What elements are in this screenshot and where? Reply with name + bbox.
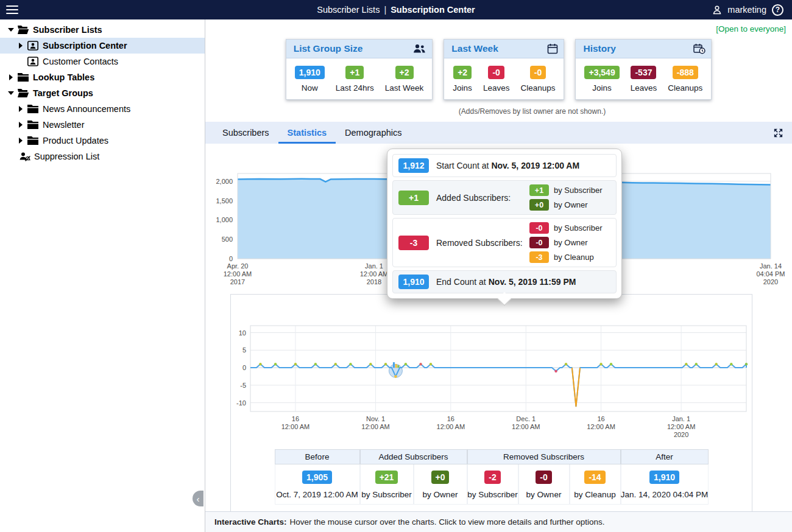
svg-text:Nov. 1: Nov. 1 xyxy=(366,415,385,422)
hamburger-menu-icon[interactable] xyxy=(6,3,18,16)
sidebar-item-target-groups[interactable]: Target Groups xyxy=(0,85,205,101)
summary-added-owner-cell: +0 by Owner xyxy=(414,464,467,505)
svg-text:0: 0 xyxy=(242,364,246,371)
sidebar-item-news-announcements[interactable]: News Announcements xyxy=(0,101,205,117)
user-name[interactable]: marketing xyxy=(727,5,766,15)
fullscreen-expand-icon[interactable] xyxy=(773,127,784,139)
people-icon xyxy=(412,44,426,54)
summary-header-before: Before xyxy=(275,449,360,464)
sidebar-item-suppression-list[interactable]: Suppression List xyxy=(0,149,205,164)
summary-after-cell: 1,910 Jan. 14, 2020 04:04 PM xyxy=(621,464,709,505)
card-list-group-size: List Group Size 1,910 Now +1 Last 24hrs … xyxy=(286,39,433,100)
stat-value-badge: 1,910 xyxy=(295,66,325,79)
main-content: [Open to everyone] List Group Size 1,910… xyxy=(205,19,792,532)
sidebar-item-product-updates[interactable]: Product Updates xyxy=(0,133,205,149)
added-total-badge: +1 xyxy=(398,191,429,205)
added-by-subscriber-badge: +1 xyxy=(529,184,549,196)
summary-header-added: Added Subscribers xyxy=(360,449,467,464)
folder-closed-icon xyxy=(16,72,30,82)
tree-expand-arrow[interactable] xyxy=(16,106,26,112)
stat-value-badge: -888 xyxy=(673,66,698,79)
summary-added-subscriber-cell: +21 by Subscriber xyxy=(360,464,414,505)
interactive-charts-note: Interactive Charts: Hover the mouse curs… xyxy=(205,511,792,532)
sidebar-item-customer-contacts[interactable]: Customer Contacts xyxy=(0,54,205,69)
tab-demographics[interactable]: Demographics xyxy=(336,122,411,144)
sidebar-item-lookup-tables[interactable]: Lookup Tables xyxy=(0,69,205,85)
svg-text:12:00 AM: 12:00 AM xyxy=(587,423,615,430)
stat-value-badge: -0 xyxy=(530,66,546,79)
daily-changes-chart[interactable]: 1050-5-101612:00 AMNov. 112:00 AM1612:00… xyxy=(231,296,752,442)
stat-leaves: -537 Leaves xyxy=(631,66,657,93)
before-date: Oct. 7, 2019 12:00 AM xyxy=(276,490,358,499)
svg-text:5: 5 xyxy=(242,346,246,354)
sidebar-item-subscription-center[interactable]: Subscription Center xyxy=(0,38,205,54)
svg-text:12:00 AM: 12:00 AM xyxy=(360,270,388,278)
summary-removed-subscriber-cell: -2 by Subscriber xyxy=(467,464,518,505)
svg-text:2020: 2020 xyxy=(763,278,778,285)
summary-table: Before Added Subscribers Removed Subscri… xyxy=(275,449,709,505)
tree-expand-arrow[interactable] xyxy=(6,74,16,80)
tab-statistics[interactable]: Statistics xyxy=(278,122,336,144)
tab-bar: Subscribers Statistics Demographics xyxy=(205,122,792,144)
breadcrumb: Subscriber Lists | Subscription Center xyxy=(317,5,475,15)
tree-collapse-arrow[interactable] xyxy=(6,28,16,32)
breadcrumb-parent: Subscriber Lists xyxy=(317,5,380,15)
contact-card-icon xyxy=(26,41,40,51)
tree-collapse-arrow[interactable] xyxy=(6,91,16,95)
stat-joins: +3,549 Joins xyxy=(584,66,619,93)
end-count-badge: 1,910 xyxy=(398,275,429,289)
svg-text:16: 16 xyxy=(447,415,454,422)
summary-removed-owner-cell: -0 by Owner xyxy=(518,464,570,505)
removed-by-owner-badge: -0 xyxy=(536,471,551,484)
calendar-icon xyxy=(547,43,558,54)
svg-text:2,000: 2,000 xyxy=(216,178,233,185)
removed-by-owner-badge: -0 xyxy=(529,237,549,248)
tree-expand-arrow[interactable] xyxy=(16,122,26,128)
chart-tooltip: 1,912 Start Count atNov. 5, 2019 12:00 A… xyxy=(387,149,622,299)
summary-removed-cleanup-cell: -14 by Cleanup xyxy=(570,464,621,505)
card-title: List Group Size xyxy=(294,43,363,54)
stat-last-week: +2 Last Week xyxy=(385,66,424,93)
stat-value-badge: +2 xyxy=(395,66,414,79)
tooltip-removed-row: -3 Removed Subscribers: -0by Subscriber … xyxy=(392,218,617,267)
top-bar: Subscriber Lists | Subscription Center m… xyxy=(0,0,792,19)
stat-joins: +2 Joins xyxy=(453,66,472,93)
sidebar-item-subscriber-lists[interactable]: Subscriber Lists xyxy=(0,22,205,38)
svg-text:Jan. 14: Jan. 14 xyxy=(760,262,782,270)
tab-subscribers[interactable]: Subscribers xyxy=(213,122,278,144)
breadcrumb-separator: | xyxy=(384,5,386,15)
tooltip-end-row: 1,910 End Count atNov. 5, 2019 11:59 PM xyxy=(392,270,617,293)
removed-by-subscriber-badge: -0 xyxy=(529,222,549,234)
calendar-clock-icon xyxy=(693,43,705,54)
tree-expand-arrow[interactable] xyxy=(16,138,26,144)
sidebar-collapse-handle[interactable]: ‹ xyxy=(193,491,203,506)
stat-value-badge: +1 xyxy=(345,66,364,79)
svg-text:1,500: 1,500 xyxy=(216,197,233,205)
svg-text:16: 16 xyxy=(597,415,604,422)
removed-total-badge: -3 xyxy=(398,236,429,250)
stat-value-badge: -0 xyxy=(488,66,504,79)
tree-expand-arrow[interactable] xyxy=(16,43,26,49)
folder-open-icon xyxy=(16,25,30,35)
stat-value-badge: +3,549 xyxy=(584,66,619,79)
added-by-owner-badge: +0 xyxy=(529,199,549,211)
svg-text:10: 10 xyxy=(239,329,246,337)
svg-text:Jan. 1: Jan. 1 xyxy=(365,262,383,270)
svg-text:12:00 AM: 12:00 AM xyxy=(667,423,695,430)
folder-closed-icon xyxy=(26,136,40,145)
svg-text:1,000: 1,000 xyxy=(216,216,233,223)
stat-cards-row: List Group Size 1,910 Now +1 Last 24hrs … xyxy=(205,39,792,100)
svg-text:04:04 PM: 04:04 PM xyxy=(756,270,785,278)
help-icon[interactable]: ? xyxy=(772,4,783,16)
svg-text:-10: -10 xyxy=(236,399,246,407)
svg-text:Apr. 20: Apr. 20 xyxy=(227,262,249,270)
card-title: History xyxy=(583,43,615,54)
stat-cleanups: -888 Cleanups xyxy=(668,66,702,93)
folder-closed-icon xyxy=(26,104,40,114)
svg-text:2020: 2020 xyxy=(674,431,688,438)
svg-text:2017: 2017 xyxy=(230,278,245,285)
card-last-week: Last Week +2 Joins -0 Leaves -0 Cleanups xyxy=(444,39,564,100)
sidebar-item-newsletter[interactable]: Newsletter xyxy=(0,117,205,133)
stat-value-badge: -537 xyxy=(631,66,656,79)
after-date: Jan. 14, 2020 04:04 PM xyxy=(621,490,708,499)
